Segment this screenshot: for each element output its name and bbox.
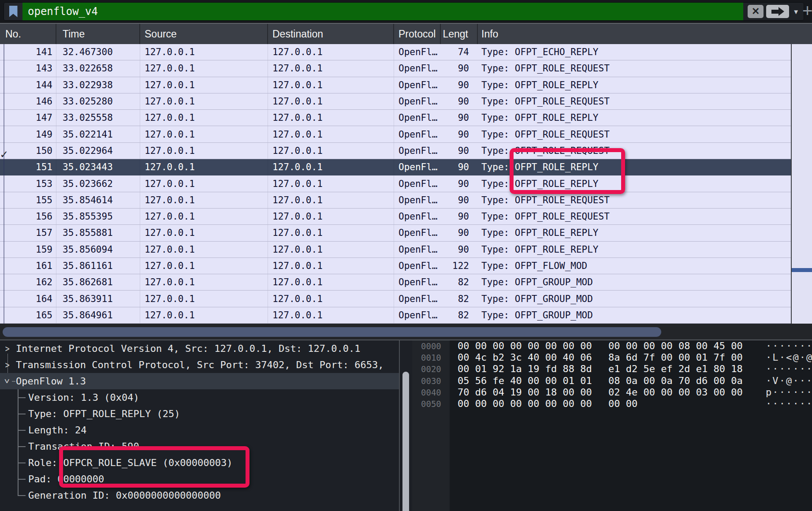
cell-no: 143 — [0, 60, 56, 76]
cell-no: 146 — [0, 93, 56, 109]
hex-ascii: p······· — [766, 387, 812, 398]
column-header-destination[interactable]: Destination — [268, 24, 394, 44]
cell-info: Type: OFPT_ROLE_REQUEST — [478, 126, 791, 142]
cell-no: 147 — [0, 110, 56, 126]
add-filter-button[interactable]: + — [802, 2, 812, 20]
detail-line-generation-id[interactable]: Generation ID: 0x0000000000000000 — [0, 487, 399, 504]
cell-length: 90 — [441, 159, 478, 175]
hex-row-0030[interactable]: 003005 56 fe 40 00 00 01 0108 0a 00 0a 7… — [412, 375, 812, 387]
detail-text: Role: OFPCR_ROLE_SLAVE (0x00000003) — [28, 455, 233, 471]
chevron-collapsed-icon[interactable]: > — [5, 340, 10, 357]
cell-source: 127.0.0.1 — [140, 192, 268, 208]
detail-line-transmission-control-protocol-src-port[interactable]: >Transmission Control Protocol, Src Port… — [0, 357, 399, 373]
cell-source: 127.0.0.1 — [140, 44, 268, 60]
hex-row-0010[interactable]: 001000 4c b2 3c 40 00 40 068a 6d 7f 00 0… — [412, 352, 812, 363]
packet-row-156[interactable]: 15635.855395127.0.0.1127.0.0.1OpenFl…90T… — [0, 209, 791, 225]
cell-destination: 127.0.0.1 — [268, 242, 394, 257]
cell-protocol: OpenFl… — [394, 225, 441, 241]
cell-destination: 127.0.0.1 — [268, 192, 394, 208]
packet-row-162[interactable]: 16235.862681127.0.0.1127.0.0.1OpenFl…82T… — [0, 274, 791, 291]
cell-info: Type: OFPT_GROUP_MOD — [478, 291, 791, 306]
hex-hex2: 02 4e 00 00 00 03 00 00 — [608, 387, 743, 398]
pane-divider[interactable] — [399, 340, 400, 511]
hex-row-0040[interactable]: 004070 d6 04 19 00 18 00 0002 4e 00 00 0… — [412, 387, 812, 398]
cell-source: 127.0.0.1 — [140, 225, 268, 241]
chevron-collapsed-icon[interactable]: > — [5, 357, 10, 373]
display-filter-text: openflow_v4 — [28, 5, 98, 18]
column-header-no[interactable]: No. — [0, 24, 56, 44]
cell-destination: 127.0.0.1 — [268, 126, 394, 142]
packet-row-165[interactable]: 16535.864961127.0.0.1127.0.0.1OpenFl…82T… — [0, 307, 791, 324]
cell-destination: 127.0.0.1 — [268, 225, 394, 241]
packet-row-146[interactable]: 14633.025280127.0.0.1127.0.0.1OpenFl…90T… — [0, 93, 791, 110]
cell-source: 127.0.0.1 — [140, 126, 268, 142]
detail-line-type[interactable]: Type: OFPT_ROLE_REPLY (25) — [0, 406, 399, 422]
packet-row-153[interactable]: 15335.023662127.0.0.1127.0.0.1OpenFl…90T… — [0, 175, 791, 192]
column-header-info[interactable]: Info — [478, 24, 791, 44]
detail-pane-scrollbar-thumb[interactable] — [402, 372, 409, 511]
cell-length: 74 — [441, 44, 478, 60]
cell-source: 127.0.0.1 — [140, 274, 268, 290]
packet-row-159[interactable]: 15935.856094127.0.0.1127.0.0.1OpenFl…90T… — [0, 242, 791, 258]
packet-list-horizontal-scrollbar[interactable] — [0, 324, 812, 340]
cell-length: 90 — [441, 175, 478, 191]
packet-row-164[interactable]: 16435.863911127.0.0.1127.0.0.1OpenFl…82T… — [0, 291, 791, 307]
packet-row-147[interactable]: 14733.025558127.0.0.1127.0.0.1OpenFl…90T… — [0, 110, 791, 126]
hex-hex2: e1 d2 5e ef 2d e1 80 18 — [608, 363, 743, 375]
detail-line-pad[interactable]: Pad: 00000000 — [0, 471, 399, 487]
packet-list-vertical-scrollbar[interactable] — [791, 44, 812, 324]
cell-destination: 127.0.0.1 — [268, 110, 394, 126]
cell-source: 127.0.0.1 — [140, 258, 268, 274]
display-filter-input[interactable]: openflow_v4 — [22, 3, 743, 20]
packet-row-150[interactable]: 15035.022964127.0.0.1127.0.0.1OpenFl…90T… — [0, 143, 791, 159]
hex-row-0050[interactable]: 005000 00 00 00 00 00 00 0000 00········ — [412, 398, 812, 410]
apply-filter-button[interactable] — [766, 5, 789, 18]
filter-bookmark-button[interactable] — [4, 3, 22, 20]
detail-text: Pad: 00000000 — [28, 471, 104, 487]
cell-source: 127.0.0.1 — [140, 291, 268, 306]
detail-line-version[interactable]: Version: 1.3 (0x04) — [0, 389, 399, 406]
detail-line-length[interactable]: Length: 24 — [0, 422, 399, 438]
packet-row-161[interactable]: 16135.861161127.0.0.1127.0.0.1OpenFl…122… — [0, 258, 791, 274]
packet-list-header: No.TimeSourceDestinationProtocolLengtInf… — [0, 23, 812, 44]
cell-no: 141 — [0, 44, 56, 60]
packet-row-144[interactable]: 14433.022938127.0.0.1127.0.0.1OpenFl…90T… — [0, 77, 791, 93]
cell-length: 90 — [441, 143, 478, 159]
cell-protocol: OpenFl… — [394, 242, 441, 257]
hex-row-0000[interactable]: 000000 00 00 00 00 00 00 0000 00 00 00 0… — [412, 340, 812, 352]
detail-line-internet-protocol-version-4-src[interactable]: >Internet Protocol Version 4, Src: 127.0… — [0, 340, 399, 357]
cell-destination: 127.0.0.1 — [268, 77, 394, 93]
packet-row-143[interactable]: 14333.022658127.0.0.1127.0.0.1OpenFl…90T… — [0, 60, 791, 77]
cell-no: 159 — [0, 242, 56, 257]
hex-offset: 0010 — [421, 352, 441, 363]
column-header-lengt[interactable]: Lengt — [441, 24, 478, 44]
lower-panes: >Internet Protocol Version 4, Src: 127.0… — [0, 340, 812, 511]
column-header-time[interactable]: Time — [56, 24, 140, 44]
cell-destination: 127.0.0.1 — [268, 291, 394, 306]
cell-source: 127.0.0.1 — [140, 60, 268, 76]
cell-info: Type: OFPT_GROUP_MOD — [478, 307, 791, 323]
cell-protocol: OpenFl… — [394, 126, 441, 142]
detail-line-role[interactable]: Role: OFPCR_ROLE_SLAVE (0x00000003) — [0, 455, 399, 471]
cell-info: Type: OFPT_ROLE_REQUEST — [478, 93, 791, 109]
cell-destination: 127.0.0.1 — [268, 143, 394, 159]
packet-row-155[interactable]: 15535.854614127.0.0.1127.0.0.1OpenFl…90T… — [0, 192, 791, 209]
detail-line-transaction-id[interactable]: Transaction ID: 590 — [0, 438, 399, 455]
packet-row-141[interactable]: 14132.467300127.0.0.1127.0.0.1OpenFl…74T… — [0, 44, 791, 60]
detail-text: Transaction ID: 590 — [28, 438, 139, 455]
cell-info: Type: OFPT_ROLE_REQUEST — [478, 143, 791, 159]
cell-length: 82 — [441, 291, 478, 306]
detail-line-openflow-1-3[interactable]: >OpenFlow 1.3 — [0, 373, 399, 389]
cell-protocol: OpenFl… — [394, 44, 441, 60]
hex-row-0020[interactable]: 002000 01 92 1a 19 fd 88 8de1 d2 5e ef 2… — [412, 363, 812, 375]
cell-protocol: OpenFl… — [394, 209, 441, 224]
filter-dropdown-button[interactable]: ▼ — [792, 8, 800, 15]
horizontal-scrollbar-thumb[interactable] — [3, 327, 661, 337]
packet-row-157[interactable]: 15735.855881127.0.0.1127.0.0.1OpenFl…90T… — [0, 225, 791, 241]
column-header-protocol[interactable]: Protocol — [394, 24, 441, 44]
clear-filter-button[interactable]: ✕ — [748, 5, 764, 18]
hex-hex1: 70 d6 04 19 00 18 00 00 — [458, 387, 592, 398]
packet-row-151[interactable]: 15135.023443127.0.0.1127.0.0.1OpenFl…90T… — [0, 159, 791, 175]
column-header-source[interactable]: Source — [140, 24, 268, 44]
packet-row-149[interactable]: 14935.022141127.0.0.1127.0.0.1OpenFl…90T… — [0, 126, 791, 142]
